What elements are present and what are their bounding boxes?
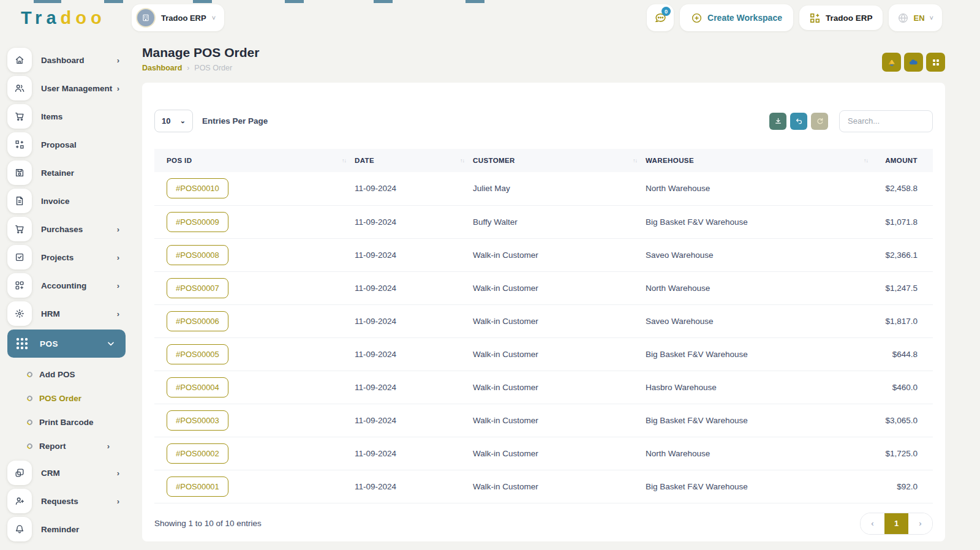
table-row: #POS00009 11-09-2024 Buffy Walter Big Ba… [154,205,933,238]
column-header-amount[interactable]: AMOUNT [885,157,918,164]
pos-id-badge[interactable]: #POS00005 [167,344,228,364]
sort-icon[interactable]: ↑↓ [633,157,637,164]
logo-text-teal: Tra [21,8,61,28]
globe-icon [897,12,909,24]
pos-id-badge[interactable]: #POS00006 [167,311,228,331]
pos-id-badge[interactable]: #POS00008 [167,245,228,265]
sidebar-item-invoice[interactable]: Invoice [0,189,132,213]
customer-cell: Walk-in Customer [473,271,646,304]
warehouse-cell: North Warehouse [646,271,876,304]
bell-icon [7,517,32,541]
erp-workspace-label: Tradoo ERP [826,13,873,23]
entries-per-page-select[interactable]: 10 ⌄ [154,110,193,132]
sidebar-subitem-report[interactable]: Report › [0,434,132,458]
search-input[interactable] [839,110,933,132]
pos-id-badge[interactable]: #POS00010 [167,178,228,198]
sidebar-item-accounting[interactable]: Accounting › [0,273,132,298]
sidebar-item-proposal[interactable]: Proposal [0,132,132,157]
main-content: Manage POS Order Dashboard › POS Order [132,36,980,550]
workspace-selector[interactable]: Tradoo ERP ˅ [132,4,224,31]
table-row: #POS00010 11-09-2024 Juliet May North Wa… [154,172,933,205]
bullet-icon [26,442,34,450]
sidebar-item-pos[interactable]: POS [7,330,126,358]
sidebar-item-crm[interactable]: CRM › [0,461,132,485]
cloud-export-button[interactable] [904,53,923,72]
amount-cell: $644.8 [876,337,933,371]
customer-cell: Buffy Walter [473,205,646,238]
previous-page-button[interactable]: ‹ [861,513,884,534]
drive-export-button[interactable] [882,53,901,72]
pagination: ‹ 1 › [860,513,933,535]
date-cell: 11-09-2024 [355,172,473,205]
breadcrumb-current: POS Order [194,64,232,72]
table-row: #POS00008 11-09-2024 Walk-in Customer Sa… [154,238,933,271]
sidebar-item-purchases[interactable]: Purchases › [0,217,132,241]
column-header-date[interactable]: DATE [355,157,374,164]
erp-workspace-button[interactable]: Tradoo ERP [799,6,883,30]
sort-icon[interactable]: ↑↓ [342,157,346,164]
amount-cell: $460.0 [876,371,933,404]
table-row: #POS00002 11-09-2024 Walk-in Customer No… [154,437,933,470]
proposal-icon [7,132,32,157]
sort-icon[interactable]: ↑↓ [864,157,868,164]
sidebar-item-user-management[interactable]: User Management › [0,76,132,100]
workspace-grid-icon [809,12,821,24]
sort-icon[interactable]: ↑↓ [460,157,464,164]
date-cell: 11-09-2024 [355,437,473,470]
amount-cell: $92.0 [876,470,933,503]
entries-per-page-value: 10 [162,116,170,126]
chevron-right-icon: › [117,253,119,262]
column-header-warehouse[interactable]: WAREHOUSE [646,157,694,164]
customer-cell: Walk-in Customer [473,404,646,437]
customer-cell: Walk-in Customer [473,304,646,337]
user-plus-icon [7,489,32,513]
breadcrumb-dashboard-link[interactable]: Dashboard [142,64,182,72]
chevron-right-icon: › [117,84,119,93]
apps-grid-button[interactable] [926,53,945,72]
sidebar-subitem-add-pos[interactable]: Add POS [0,363,132,386]
amount-cell: $1,817.0 [876,304,933,337]
chevron-right-icon: › [117,281,119,290]
drive-icon [887,58,897,67]
download-button[interactable] [769,113,786,130]
column-header-pos-id[interactable]: POS ID [167,157,192,164]
pos-id-badge[interactable]: #POS00001 [167,477,228,497]
date-cell: 11-09-2024 [355,205,473,238]
brand-logo: Tradoo [0,8,132,28]
pos-id-badge[interactable]: #POS00007 [167,278,228,298]
chat-button[interactable]: 0 [647,4,674,31]
chat-badge: 0 [662,7,671,16]
plus-circle-icon [691,12,703,24]
sidebar-item-items[interactable]: Items [0,104,132,129]
download-icon [774,117,782,125]
pos-id-badge[interactable]: #POS00003 [167,410,228,431]
entries-summary: Showing 1 to 10 of 10 entries [154,519,262,528]
pos-id-badge[interactable]: #POS00002 [167,443,228,464]
warehouse-cell: Big Basket F&V Warehouse [646,470,876,503]
pos-id-badge[interactable]: #POS00004 [167,377,228,397]
language-selector[interactable]: EN ˅ [889,4,943,31]
date-cell: 11-09-2024 [355,238,473,271]
amount-cell: $1,725.0 [876,437,933,470]
sidebar-item-retainer[interactable]: Retainer [0,160,132,185]
create-workspace-button[interactable]: Create Workspace [680,4,793,31]
customer-cell: Walk-in Customer [473,238,646,271]
page-number-button[interactable]: 1 [884,513,908,534]
accounting-icon [7,273,32,298]
users-icon [7,76,32,100]
pos-id-badge[interactable]: #POS00009 [167,212,228,232]
refresh-button[interactable] [811,113,828,130]
column-header-customer[interactable]: CUSTOMER [473,157,515,164]
sidebar-item-requests[interactable]: Requests › [0,489,132,513]
sidebar-item-dashboard[interactable]: Dashboard › [0,48,132,72]
retainer-icon [7,160,32,185]
undo-button[interactable] [790,113,807,130]
sidebar-subitem-pos-order[interactable]: POS Order [0,386,132,410]
sidebar-item-hrm[interactable]: HRM › [0,301,132,326]
sidebar-item-projects[interactable]: Projects › [0,245,132,269]
next-page-button[interactable]: › [908,513,932,534]
warehouse-cell: Saveo Warehouse [646,238,876,271]
sidebar-subitem-print-barcode[interactable]: Print Barcode [0,410,132,434]
sidebar-item-reminder[interactable]: Reminder [0,517,132,541]
table-row: #POS00004 11-09-2024 Walk-in Customer Ha… [154,371,933,404]
